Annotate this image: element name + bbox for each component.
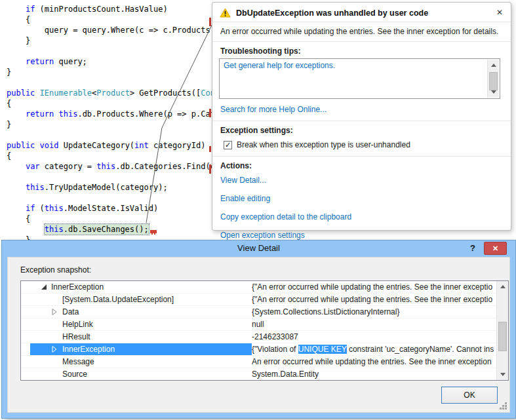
exception-snapshot-tree[interactable]: InnerException{"An error occurred while … xyxy=(20,280,509,381)
dialog-client-area: Exception snapshot: InnerException{"An e… xyxy=(7,257,510,413)
code-token: this xyxy=(45,204,64,213)
property-value: {"An error occurred while updating the e… xyxy=(252,281,496,293)
code-token: .db.Categories.Find(cat xyxy=(115,162,224,171)
code-token: } xyxy=(7,120,11,129)
code-token: if xyxy=(26,5,35,14)
code-token: Product xyxy=(96,88,130,98)
red-squiggle-fragment xyxy=(209,109,211,117)
break-checkbox-row[interactable]: ✓ Break when this exception type is user… xyxy=(212,140,511,149)
view-detail-dialog: View Detail ? ✕ Exception snapshot: Inne… xyxy=(2,240,515,418)
exception-assistant-popup: DbUpdateException was unhandled by user … xyxy=(212,2,511,231)
code-token: { xyxy=(7,214,30,223)
value-text: {"An error occurred while updating the e… xyxy=(252,282,492,292)
red-squiggle-fragment xyxy=(209,164,211,174)
code-token xyxy=(7,57,26,66)
code-token: (minProductsCount.HasValue) xyxy=(35,5,167,14)
code-token: categoryId) xyxy=(149,141,206,150)
code-token xyxy=(7,204,26,213)
action-link[interactable]: Copy exception detail to the clipboard xyxy=(212,212,511,221)
troubleshooting-tips-box: Get general help for exceptions. xyxy=(219,58,500,99)
property-value: System.Data.Entity xyxy=(252,368,496,380)
separator xyxy=(212,121,511,121)
tree-row[interactable]: HelpLinknull xyxy=(21,318,497,331)
value-text: {"Violation of xyxy=(252,345,298,354)
expander-expanded-icon[interactable] xyxy=(41,284,47,290)
code-token: this xyxy=(59,109,78,119)
tree-row[interactable]: MessageAn error occurred while updating … xyxy=(21,356,497,368)
code-token: { xyxy=(7,151,11,161)
scrollbar-thumb[interactable] xyxy=(498,322,507,351)
property-name: Source xyxy=(62,368,87,380)
tree-row[interactable]: Data{System.Collections.ListDictionaryIn… xyxy=(21,306,497,318)
tree-scrollbar[interactable] xyxy=(496,281,508,380)
property-name: InnerException xyxy=(62,343,115,355)
red-squiggle-fragment xyxy=(209,18,211,26)
search-help-online-link[interactable]: Search for more Help Online... xyxy=(212,105,511,114)
code-token: void xyxy=(40,141,59,150)
code-token: query; xyxy=(54,57,87,66)
code-token: { xyxy=(7,99,11,108)
code-token: return xyxy=(26,57,54,66)
expander-collapsed-icon[interactable] xyxy=(51,346,58,353)
scroll-down-icon[interactable] xyxy=(488,87,499,97)
code-token: } xyxy=(7,67,11,77)
warning-icon xyxy=(220,8,231,18)
property-value: -2146233087 xyxy=(252,331,496,343)
tips-scrollbar[interactable] xyxy=(487,60,499,98)
code-token: > GetProducts([ xyxy=(130,88,201,98)
dialog-titlebar[interactable]: View Detail ? ✕ xyxy=(2,240,515,257)
current-statement-highlight[interactable]: this.db.SaveChanges(); xyxy=(45,224,149,235)
code-token: public xyxy=(7,141,35,150)
expander-collapsed-icon[interactable] xyxy=(51,309,58,315)
red-squiggle-fragment xyxy=(209,146,211,152)
tree-row[interactable]: InnerException{"Violation of UNIQUE KEY … xyxy=(21,343,497,356)
separator xyxy=(212,156,511,157)
code-token: category = xyxy=(40,162,97,171)
value-text: -2146233087 xyxy=(252,332,298,341)
tree-row[interactable]: HResult-2146233087 xyxy=(21,331,497,343)
property-name: HelpLink xyxy=(62,318,93,330)
resize-grip[interactable] xyxy=(499,402,507,410)
close-icon[interactable]: ✕ xyxy=(496,9,503,16)
property-name: Message xyxy=(62,356,94,368)
scroll-up-icon[interactable] xyxy=(497,282,508,292)
code-token: .db.SaveChanges(); xyxy=(64,225,149,234)
error-glyph-icon[interactable] xyxy=(150,230,157,235)
actions-list: View Detail...Enable editingCopy excepti… xyxy=(212,176,511,240)
value-text: {System.Collections.ListDictionaryIntern… xyxy=(252,307,399,316)
code-token: { xyxy=(7,15,30,24)
tree-row[interactable]: SourceSystem.Data.Entity xyxy=(21,368,497,380)
tree-row[interactable]: [System.Data.UpdateException]{"An error … xyxy=(21,294,497,306)
scroll-up-icon[interactable] xyxy=(488,60,499,70)
action-link[interactable]: Open exception settings xyxy=(212,231,511,240)
actions-label: Actions: xyxy=(212,161,511,170)
code-token: this xyxy=(96,162,115,171)
checkbox-checked-icon[interactable]: ✓ xyxy=(224,141,232,149)
exception-message: An error occurred while updating the ent… xyxy=(212,22,511,42)
break-checkbox-label: Break when this exception type is user-u… xyxy=(237,140,410,149)
value-text: constraint 'uc_categoryName'. Cannot ins xyxy=(347,345,494,354)
scroll-down-icon[interactable] xyxy=(497,370,508,379)
action-link[interactable]: Enable editing xyxy=(212,194,511,203)
exception-snapshot-label: Exception snapshot: xyxy=(20,265,91,275)
property-value: {"Violation of UNIQUE KEY constraint 'uc… xyxy=(252,343,496,355)
ok-button[interactable]: OK xyxy=(441,387,498,404)
value-text: System.Data.Entity xyxy=(252,370,319,379)
property-value: null xyxy=(252,318,496,330)
code-token: .db.Products.Where(p => p.Cate xyxy=(77,109,220,119)
code-token xyxy=(35,88,39,98)
code-token: UpdateCategory( xyxy=(59,141,135,150)
code-token xyxy=(7,162,26,171)
tips-help-link[interactable]: Get general help for exceptions. xyxy=(224,61,335,70)
value-text: {"An error occurred while updating the e… xyxy=(252,295,492,304)
tree-row[interactable]: InnerException{"An error occurred while … xyxy=(21,281,497,294)
action-link[interactable]: View Detail... xyxy=(212,176,511,185)
code-token xyxy=(54,109,58,119)
close-icon[interactable]: ✕ xyxy=(484,242,507,255)
property-name: InnerException xyxy=(51,281,104,293)
dialog-title: View Detail xyxy=(2,243,515,253)
code-token: .ModelState.IsValid) xyxy=(64,204,159,213)
help-icon[interactable]: ? xyxy=(467,243,479,253)
code-token xyxy=(7,183,26,192)
code-token: .TryUpdateModel(category); xyxy=(45,183,168,192)
